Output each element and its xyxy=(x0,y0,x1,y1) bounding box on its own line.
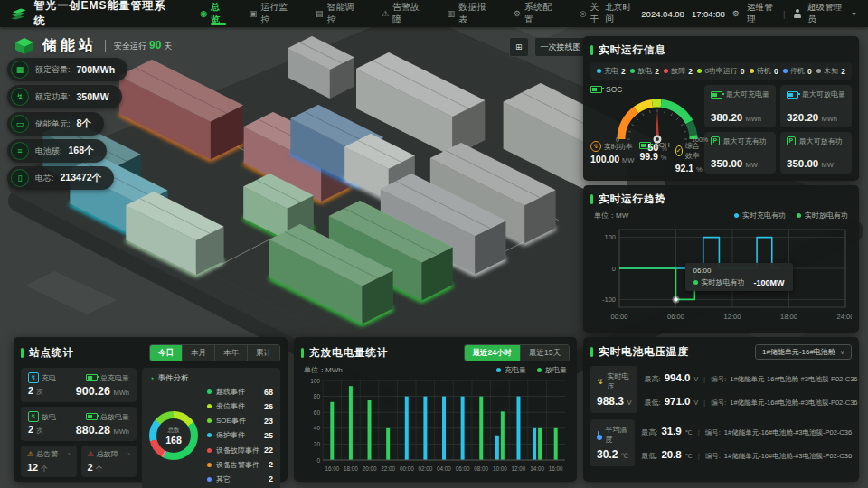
soc-gauge: 0 100% 50 % xyxy=(603,87,712,145)
status-zero-power: 0功率运行0 xyxy=(697,66,744,76)
ops-management-link[interactable]: 运维管理 xyxy=(747,2,776,25)
svg-text:04:00: 04:00 xyxy=(437,465,451,472)
app-logo: 智光一创EMS能量管理系统 xyxy=(0,0,180,29)
tab-last-24h[interactable]: 最近24小时 xyxy=(465,345,520,361)
nav-item-overview[interactable]: ◉总览 xyxy=(200,0,226,27)
nav-menu: ◉总览 ▣运行监控 ▤智能调控 ⚠告警故障 ▥数据报表 ⚙系统配置 ◎关于 xyxy=(200,0,605,27)
voltage-icon: ↯ xyxy=(597,377,604,386)
events-legend: 越线事件68 变位事件26 SOE事件23 保护事件25 设备故障事件22 设备… xyxy=(207,387,273,484)
nav-item-monitor[interactable]: ▣运行监控 xyxy=(250,0,292,27)
status-standby: 待机0 xyxy=(750,66,778,76)
active-power-icon: P xyxy=(787,136,796,145)
svg-text:80: 80 xyxy=(314,393,321,399)
svg-text:02:00: 02:00 xyxy=(419,465,433,472)
panel-title: 实时电池电压温度 xyxy=(599,345,689,359)
event-analysis-card: ◔事件分析 总数 168 越线事件68 变位事件26 SOE事件23 保护事件2… xyxy=(142,368,280,488)
panel-title: 充放电电量统计 xyxy=(309,346,389,360)
tooltip-series: 实时放电有功 xyxy=(702,277,745,287)
tooltip-time: 06:00 xyxy=(693,267,785,275)
battery-icon xyxy=(711,91,722,99)
user-avatar-icon xyxy=(793,9,800,18)
line-divider: | xyxy=(698,428,700,436)
realtime-voltage-card: ↯实时电压 988.3 V xyxy=(590,366,637,413)
app-title: 智光一创EMS能量管理系统 xyxy=(34,0,168,29)
tab-today[interactable]: 今日 xyxy=(150,345,182,361)
user-menu[interactable]: 超级管理员 xyxy=(807,2,844,25)
event-row: SOE事件23 xyxy=(207,416,273,426)
station-name: 储能站 xyxy=(42,36,97,55)
stat-clusters: ≡电池簇:168个 xyxy=(7,139,107,163)
stat-cells: ▯电芯:213472个 xyxy=(7,166,114,190)
settings-icon: ⚙ xyxy=(514,9,521,18)
soh-stat: SOH 99.9 % xyxy=(639,141,669,174)
svg-text:22:00: 22:00 xyxy=(381,465,395,472)
events-donut-chart: 总数 168 xyxy=(149,411,198,460)
temp-high-line: 最高:31.9℃ | 编号:1#储能单元-16#电池舱-#3电池簇-P02-C3… xyxy=(641,426,852,437)
control-icon: ▤ xyxy=(316,9,324,18)
safety-label: 安全运行 xyxy=(114,41,146,52)
nav-item-about[interactable]: ◎关于 xyxy=(580,0,606,27)
realtime-info-panel: 实时运行信息 充电2 放电2 故障2 0功率运行0 待机0 停机0 未知2 SO… xyxy=(583,36,859,181)
panel-title: 实时运行趋势 xyxy=(599,192,666,206)
panel-title: 站点统计 xyxy=(29,346,74,360)
accent-bar xyxy=(590,347,593,357)
energy-legend: 充电量 放电量 xyxy=(496,365,567,375)
discharge-summary-card: ↯放电 总放电量 2 次 880.28 MWh xyxy=(21,407,137,441)
status-stopped: 停机0 xyxy=(783,66,812,76)
svg-text:12:00: 12:00 xyxy=(512,465,526,472)
thermometer-icon xyxy=(598,431,599,438)
svg-text:60: 60 xyxy=(314,409,321,416)
svg-text:16:00: 16:00 xyxy=(325,465,339,472)
total-faults-card[interactable]: ⚠总故障› 2 个 xyxy=(81,446,137,477)
chevron-right-icon: › xyxy=(68,450,71,458)
chevron-down-icon[interactable]: ▼ xyxy=(851,11,857,17)
legend-discharge: 放电量 xyxy=(537,365,567,375)
event-row: 越线事件68 xyxy=(207,387,273,397)
nav-item-alarm[interactable]: ⚠告警故障 xyxy=(382,0,424,27)
accent-bar xyxy=(301,348,304,358)
range-tabs: 最近24小时 最近15天 xyxy=(464,344,570,361)
status-unknown: 未知2 xyxy=(816,66,845,76)
temperature-row: 平均温度 30.2 ℃ 最高:31.9℃ | 编号:1#储能单元-16#电池舱-… xyxy=(590,419,852,466)
station-cube-icon xyxy=(14,37,34,55)
event-row: 变位事件26 xyxy=(207,401,273,411)
nav-item-report[interactable]: ▥数据报表 xyxy=(448,0,490,27)
date-text: 2024.04.08 xyxy=(641,9,684,19)
trend-chart: 00:0006:0012:0018:0024:001000-100 06:00 … xyxy=(590,222,852,327)
battery-cluster-icon: ≡ xyxy=(11,142,29,160)
nav-item-control[interactable]: ▤智能调控 xyxy=(316,0,358,27)
legend-discharge: 实时放电有功 xyxy=(797,211,848,221)
avg-temperature-card: 平均温度 30.2 ℃ xyxy=(590,419,635,466)
energy-stats-panel: 充放电电量统计 最近24小时 最近15天 单位：MWh 充电量 放电量 0204… xyxy=(294,337,577,482)
svg-text:06:00: 06:00 xyxy=(667,313,684,321)
charge-summary-card: ↯充电 总充电量 2 次 900.26 MWh xyxy=(21,368,137,402)
status-charging: 充电2 xyxy=(597,66,626,76)
nav-item-settings[interactable]: ⚙系统配置 xyxy=(514,0,556,27)
station-stats: ▦额定容量:700MWh ↯额定功率:350MW ▭储能单元:8个 ≡电池簇:1… xyxy=(7,58,127,190)
timezone-label: 北京时间 xyxy=(605,2,634,25)
svg-text:16:00: 16:00 xyxy=(549,465,563,472)
max-discharge-energy-card: 最大可放电量 320.20 MWh xyxy=(780,85,852,127)
site-stats-panel: 站点统计 今日 本月 本年 累计 ↯充电 总充电量 2 次 900.26 MWh… xyxy=(14,337,288,482)
stat-capacity: ▦额定容量:700MWh xyxy=(7,58,127,81)
storage-unit-icon: ▭ xyxy=(11,115,29,133)
battery-cabin-selector[interactable]: 1#储能单元-16#电池舱∨ xyxy=(755,344,852,360)
alarm-bell-icon: ⚠ xyxy=(27,450,33,458)
layout-toggle-button[interactable]: ⊞ xyxy=(509,37,529,57)
tab-year[interactable]: 本年 xyxy=(214,345,247,361)
tab-last-15d[interactable]: 最近15天 xyxy=(520,345,569,361)
tab-month[interactable]: 本月 xyxy=(182,345,214,361)
svg-text:-100: -100 xyxy=(602,296,616,304)
ops-icon: ⚙ xyxy=(732,9,740,18)
svg-text:24:00: 24:00 xyxy=(837,313,852,321)
title-divider xyxy=(105,40,106,52)
total-alarms-card[interactable]: ⚠总告警› 12 个 xyxy=(21,446,77,477)
svg-text:100: 100 xyxy=(310,378,320,384)
chevron-down-icon: ∨ xyxy=(840,349,844,356)
svg-text:08:00: 08:00 xyxy=(474,465,488,472)
tab-total[interactable]: 累计 xyxy=(247,345,279,361)
power-icon: ↯ xyxy=(590,141,601,152)
battery-icon xyxy=(86,374,98,381)
battery-voltage-temp-panel: 实时电池电压温度 1#储能单元-16#电池舱∨ ↯实时电压 988.3 V 最高… xyxy=(583,337,859,482)
logo-icon xyxy=(11,7,28,20)
